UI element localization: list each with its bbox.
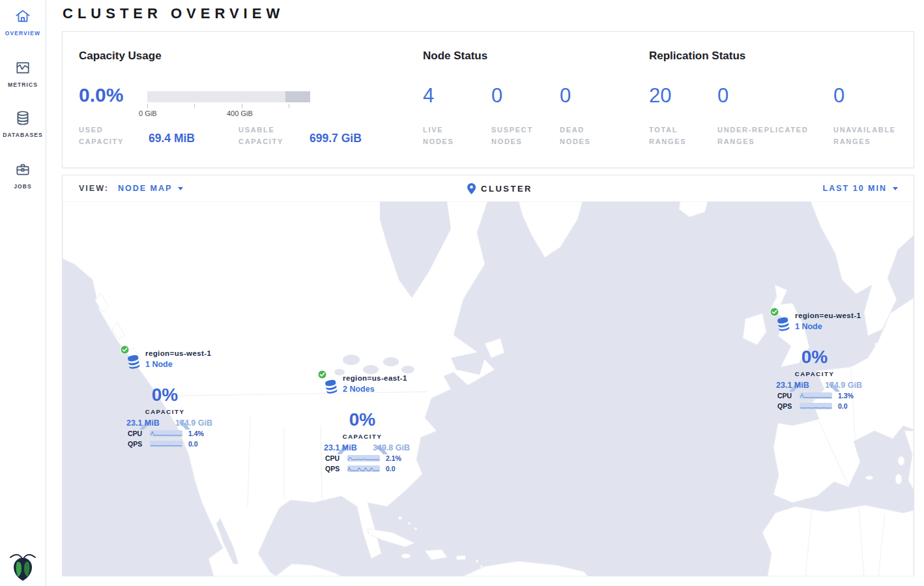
- qps-value: 0.0: [838, 402, 848, 410]
- chevron-down-icon: [893, 187, 898, 190]
- usable-capacity-value: 699.7 GiB: [310, 132, 362, 145]
- marker-used-capacity: 23.1 MiB: [324, 443, 357, 452]
- sidebar-item-label: JOBS: [0, 183, 46, 190]
- capacity-bar: [147, 91, 310, 102]
- cpu-label: CPU: [325, 454, 347, 462]
- briefcase-icon: [14, 161, 31, 181]
- world-map[interactable]: region=us-west-1 1 Node 0% CAPACITY 23.1…: [63, 201, 914, 576]
- sidebar-item-databases[interactable]: DATABASES: [0, 110, 46, 138]
- sidebar-item-overview[interactable]: OVERVIEW: [0, 8, 46, 37]
- view-selector-value: NODE MAP: [118, 184, 172, 193]
- location-pin-icon: [467, 183, 476, 194]
- qps-value: 0.0: [386, 465, 396, 473]
- capacity-tick-0: 0 GiB: [139, 110, 157, 117]
- marker-capacity-label: CAPACITY: [333, 433, 392, 440]
- qps-label: QPS: [777, 402, 800, 410]
- live-nodes-value: 4: [423, 84, 434, 108]
- sidebar-item-metrics[interactable]: METRICS: [0, 59, 46, 88]
- cpu-value: 1.3%: [838, 392, 854, 400]
- under-replicated-label: UNDER-REPLICATED RANGES: [717, 124, 825, 147]
- suspect-nodes-label: SUSPECT NODES: [491, 124, 543, 147]
- cpu-label: CPU: [777, 392, 800, 400]
- replication-status-title: Replication Status: [649, 50, 745, 63]
- unavailable-value: 0: [833, 84, 845, 108]
- cpu-sparkline: [347, 455, 380, 461]
- marker-node-count: 1 Node: [795, 322, 822, 331]
- cpu-value: 2.1%: [386, 454, 401, 462]
- cluster-overview-page: OVERVIEW METRICS DATABASES JOBS: [0, 0, 924, 586]
- total-ranges-value: 20: [649, 84, 671, 108]
- used-capacity-label: USED CAPACITY: [79, 124, 144, 147]
- live-nodes-label: LIVE NODES: [423, 124, 475, 147]
- capacity-tick-400: 400 GiB: [227, 110, 253, 117]
- node-marker-us-west-1[interactable]: region=us-west-1 1 Node 0% CAPACITY 23.1…: [120, 345, 218, 452]
- cluster-summary-panel: Capacity Usage 0.0% 0 GiB 400 GiB USED C…: [62, 31, 914, 168]
- dead-nodes-value: 0: [560, 84, 571, 108]
- time-range-selector[interactable]: LAST 10 MIN: [823, 175, 898, 201]
- sidebar: OVERVIEW METRICS DATABASES JOBS: [0, 0, 46, 586]
- view-selector[interactable]: NODE MAP: [118, 184, 183, 193]
- total-ranges-label: TOTAL RANGES: [649, 124, 701, 147]
- unavailable-label: UNAVAILABLE RANGES: [833, 124, 918, 147]
- qps-value: 0.0: [188, 440, 198, 448]
- map-toolbar: VIEW: NODE MAP CLUSTER LAST 10 MIN: [63, 175, 914, 201]
- view-label: VIEW:: [79, 184, 109, 193]
- node-map-panel: VIEW: NODE MAP CLUSTER LAST 10 MIN: [62, 175, 914, 576]
- cpu-sparkline: [800, 392, 832, 399]
- marker-capacity-label: CAPACITY: [136, 408, 194, 415]
- capacity-usage-title: Capacity Usage: [79, 50, 162, 63]
- qps-sparkline: [150, 441, 182, 447]
- cpu-value: 1.4%: [188, 430, 204, 437]
- marker-capacity-percent: 0%: [785, 347, 844, 368]
- qps-label: QPS: [325, 465, 347, 473]
- chevron-down-icon: [178, 187, 183, 190]
- marker-node-count: 2 Nodes: [343, 385, 375, 394]
- cpu-sparkline: [150, 430, 182, 437]
- breadcrumb-cluster: CLUSTER: [481, 184, 532, 194]
- time-range-value: LAST 10 MIN: [823, 184, 887, 193]
- metrics-icon: [14, 59, 31, 79]
- under-replicated-value: 0: [717, 84, 729, 108]
- marker-region-label: region=us-west-1: [145, 349, 211, 357]
- node-marker-us-east-1[interactable]: region=us-east-1 2 Nodes 0% CAPACITY 23.…: [317, 370, 415, 476]
- usable-capacity-label: USABLE CAPACITY: [238, 124, 304, 147]
- qps-label: QPS: [128, 440, 150, 448]
- home-icon: [14, 8, 31, 27]
- database-icon: [14, 110, 31, 129]
- node-marker-eu-west-1[interactable]: region=eu-west-1 1 Node 0% CAPACITY 23.1…: [770, 307, 867, 414]
- marker-used-capacity: 23.1 MiB: [776, 381, 809, 390]
- marker-total-capacity: 174.9 GiB: [175, 418, 212, 428]
- marker-node-count: 1 Node: [145, 360, 173, 369]
- suspect-nodes-value: 0: [491, 84, 502, 108]
- sidebar-item-label: OVERVIEW: [0, 30, 46, 37]
- marker-region-label: region=us-east-1: [343, 374, 407, 382]
- page-title: CLUSTER OVERVIEW: [63, 5, 284, 22]
- sidebar-item-label: METRICS: [0, 81, 46, 88]
- cockroachdb-logo[interactable]: [8, 549, 38, 582]
- marker-capacity-percent: 0%: [136, 385, 194, 405]
- sidebar-item-label: DATABASES: [0, 132, 46, 138]
- marker-capacity-label: CAPACITY: [785, 370, 844, 377]
- node-status-title: Node Status: [423, 50, 487, 63]
- sidebar-item-jobs[interactable]: JOBS: [0, 161, 46, 190]
- marker-region-label: region=eu-west-1: [795, 312, 861, 319]
- capacity-percent: 0.0%: [79, 84, 123, 106]
- marker-total-capacity: 174.9 GiB: [825, 381, 862, 390]
- marker-capacity-percent: 0%: [333, 409, 392, 430]
- qps-sparkline: [800, 403, 832, 409]
- marker-used-capacity: 23.1 MiB: [126, 418, 160, 428]
- map-breadcrumb[interactable]: CLUSTER: [467, 175, 532, 201]
- dead-nodes-label: DEAD NODES: [560, 124, 612, 147]
- used-capacity-value: 69.4 MiB: [149, 132, 195, 145]
- capacity-bar-reserved-segment: [285, 91, 310, 102]
- cpu-label: CPU: [128, 430, 150, 437]
- marker-total-capacity: 349.8 GiB: [373, 443, 410, 452]
- qps-sparkline: [347, 465, 380, 472]
